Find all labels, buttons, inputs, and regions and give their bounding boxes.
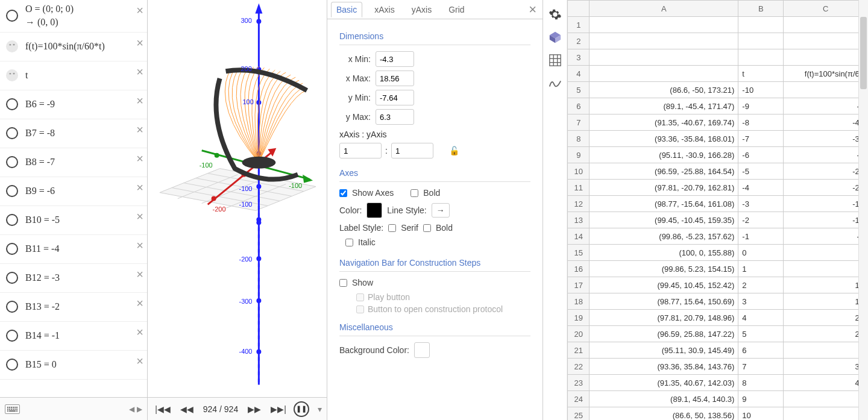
close-icon[interactable]: × — [526, 2, 539, 17]
row-header[interactable]: 24 — [568, 391, 590, 407]
nav-forward-icon[interactable]: ▶▶ — [245, 403, 263, 415]
table-row[interactable]: 13(99.45, -10.45, 159.35)-2-10 — [568, 212, 868, 228]
cell[interactable]: -25 — [784, 163, 868, 180]
cell[interactable]: -3 — [738, 196, 784, 212]
visibility-circle-icon[interactable] — [6, 214, 18, 226]
visibility-circle-icon[interactable] — [6, 156, 18, 168]
cell[interactable] — [784, 49, 868, 66]
cell[interactable]: 8 — [738, 375, 784, 391]
bg-color-swatch[interactable] — [414, 342, 430, 358]
cell[interactable]: (93.36, -35.84, 168.01) — [590, 131, 738, 147]
ratio-x-input[interactable] — [339, 143, 382, 158]
cell[interactable]: -4 — [784, 98, 868, 114]
table-row[interactable]: 1 — [568, 17, 868, 33]
cell[interactable]: 0 — [738, 245, 784, 261]
visibility-circle-icon[interactable] — [6, 98, 18, 110]
cell[interactable]: (99.45, 10.45, 152.42) — [590, 277, 738, 293]
row-header[interactable]: 15 — [568, 245, 590, 261]
delete-icon[interactable]: × — [136, 325, 143, 339]
cell[interactable]: (97.81, -20.79, 162.81) — [590, 180, 738, 196]
cell[interactable]: 35 — [784, 359, 868, 375]
row-header[interactable]: 16 — [568, 261, 590, 277]
cell[interactable] — [784, 407, 868, 421]
table-row[interactable]: 12(98.77, -15.64, 161.08)-3-15 — [568, 196, 868, 212]
cell[interactable]: (95.11, 30.9, 145.49) — [590, 342, 738, 359]
cell[interactable]: -9 — [738, 98, 784, 114]
table-row[interactable]: 14(99.86, -5.23, 157.62)-1-5 — [568, 228, 868, 245]
cell[interactable]: (86.6, 50, 138.56) — [590, 407, 738, 421]
row-header[interactable]: 6 — [568, 98, 590, 114]
table-row[interactable]: 22(93.36, 35.84, 143.76)735 — [568, 359, 868, 375]
cell[interactable]: -5 — [738, 163, 784, 180]
cell[interactable]: 25 — [784, 326, 868, 342]
row-header[interactable]: 4 — [568, 66, 590, 82]
row-header[interactable]: 2 — [568, 33, 590, 49]
cell[interactable]: -3 — [784, 147, 868, 163]
row-header[interactable]: 10 — [568, 163, 590, 180]
table-row[interactable]: 3 — [568, 49, 868, 66]
cell[interactable] — [784, 245, 868, 261]
chevron-right-icon[interactable]: ▶ — [137, 405, 142, 413]
table-row[interactable]: 18(98.77, 15.64, 150.69)315 — [568, 293, 868, 310]
ratio-y-input[interactable] — [391, 143, 433, 158]
algebra-item[interactable]: B9 = -6× — [0, 177, 147, 206]
bold-label-checkbox[interactable] — [423, 224, 431, 232]
delete-icon[interactable]: × — [136, 296, 143, 310]
visibility-circle-icon[interactable] — [6, 359, 18, 371]
cell[interactable]: (98.77, -15.64, 161.08) — [590, 196, 738, 212]
graphics-3d-view[interactable]: 300200100 -100-100 -200-300-400 -100-100… — [148, 0, 327, 397]
table-row[interactable]: 19(97.81, 20.79, 148.96)420 — [568, 310, 868, 326]
cell[interactable]: -4 — [738, 180, 784, 196]
algebra-item[interactable]: B7 = -8× — [0, 119, 147, 148]
table-row[interactable]: 10(96.59, -25.88, 164.54)-5-25 — [568, 163, 868, 180]
cell[interactable]: 1 — [738, 261, 784, 277]
gear-icon[interactable] — [548, 7, 562, 22]
algebra-item[interactable]: “ ”t× — [0, 61, 147, 90]
show-axes-checkbox[interactable] — [339, 189, 347, 197]
row-header[interactable]: 17 — [568, 277, 590, 293]
cell[interactable]: (99.45, -10.45, 159.35) — [590, 212, 738, 228]
ymax-input[interactable] — [376, 109, 414, 125]
cell[interactable]: -2 — [738, 212, 784, 228]
algebra-item[interactable]: B15 = 0× — [0, 351, 147, 380]
cell[interactable]: 9 — [738, 391, 784, 407]
row-header[interactable]: 7 — [568, 114, 590, 131]
table-row[interactable]: 23(91.35, 40.67, 142.03)840 — [568, 375, 868, 391]
row-header[interactable]: 9 — [568, 147, 590, 163]
lock-icon[interactable]: 🔓 — [449, 146, 459, 155]
cell[interactable] — [784, 17, 868, 33]
table-row[interactable]: 2 — [568, 33, 868, 49]
row-header[interactable]: 20 — [568, 326, 590, 342]
table-row[interactable]: 8(93.36, -35.84, 168.01)-7-35 — [568, 131, 868, 147]
row-header[interactable]: 23 — [568, 375, 590, 391]
col-header-b[interactable]: B — [738, 1, 784, 17]
visibility-circle-icon[interactable] — [6, 185, 18, 197]
ymin-input[interactable] — [376, 90, 414, 105]
line-style-dropdown[interactable]: → — [432, 203, 450, 218]
cell[interactable]: (100, 0, 155.88) — [590, 245, 738, 261]
cell[interactable]: -20 — [784, 180, 868, 196]
cell[interactable]: -40 — [784, 114, 868, 131]
cell[interactable] — [738, 33, 784, 49]
cell[interactable]: 7 — [738, 359, 784, 375]
delete-icon[interactable]: × — [136, 94, 143, 108]
cell[interactable] — [590, 33, 738, 49]
table-row[interactable]: 21(95.11, 30.9, 145.49)63 — [568, 342, 868, 359]
spreadsheet-icon[interactable] — [548, 53, 562, 67]
tab-xaxis[interactable]: xAxis — [370, 2, 399, 17]
delete-icon[interactable]: × — [136, 181, 143, 195]
table-row[interactable]: 25(86.6, 50, 138.56)10 — [568, 407, 868, 421]
cell[interactable]: -1 — [738, 228, 784, 245]
row-header[interactable]: 3 — [568, 49, 590, 66]
cell[interactable]: (86.6, -50, 173.21) — [590, 82, 738, 98]
algebra-item[interactable]: B8 = -7× — [0, 148, 147, 177]
text-object-icon[interactable]: “ ” — [6, 40, 18, 52]
visibility-circle-icon[interactable] — [6, 272, 18, 284]
row-header[interactable]: 8 — [568, 131, 590, 147]
xmin-input[interactable] — [376, 51, 414, 67]
cell[interactable]: (97.81, 20.79, 148.96) — [590, 310, 738, 326]
row-header[interactable]: 5 — [568, 82, 590, 98]
table-row[interactable]: 16(99.86, 5.23, 154.15)15 — [568, 261, 868, 277]
cell[interactable]: 5 — [738, 326, 784, 342]
algebra-item[interactable]: O = (0; 0; 0)→ (0, 0)× — [0, 0, 147, 33]
